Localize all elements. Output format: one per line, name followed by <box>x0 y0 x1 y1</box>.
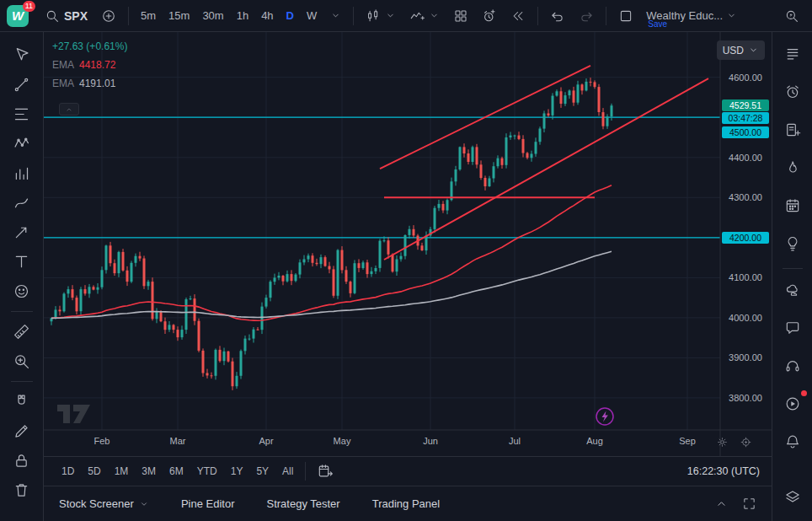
pattern-tool-button[interactable] <box>8 131 36 156</box>
timeframe-5m[interactable]: 5m <box>135 5 162 27</box>
range-all[interactable]: All <box>276 461 299 481</box>
range-3m[interactable]: 3M <box>136 461 162 481</box>
range-5d[interactable]: 5D <box>82 461 106 481</box>
text-icon <box>13 253 30 271</box>
trash-icon <box>13 481 30 499</box>
layout-select-button[interactable] <box>612 4 639 28</box>
lock-tool-button[interactable] <box>8 448 36 473</box>
layers-sidebar-button[interactable] <box>779 484 806 511</box>
fib-tool-button[interactable] <box>8 101 36 126</box>
timeframe-more-button[interactable] <box>324 4 347 28</box>
range-5y[interactable]: 5Y <box>250 461 275 481</box>
pane-settings-gear-icon[interactable] <box>716 436 729 448</box>
svg-text:4000.00: 4000.00 <box>729 313 762 323</box>
range-1y[interactable]: 1Y <box>225 461 249 481</box>
layout-grid-button[interactable] <box>447 4 474 28</box>
play-circle-sidebar-button[interactable] <box>779 390 806 417</box>
brush-tool-button[interactable] <box>8 190 36 215</box>
svg-text:Sep: Sep <box>679 436 696 446</box>
plus-circle-icon <box>101 8 116 24</box>
timeframe-30m[interactable]: 30m <box>196 5 229 27</box>
pattern-icon <box>13 135 30 153</box>
clock-sidebar-button[interactable] <box>779 78 806 105</box>
range-ytd[interactable]: YTD <box>191 461 223 481</box>
svg-text:Aug: Aug <box>586 436 603 446</box>
replay-icon <box>510 8 526 24</box>
magnet-tool-button[interactable] <box>8 389 36 414</box>
timeframe-W[interactable]: W <box>301 5 323 27</box>
quick-search-button[interactable] <box>778 4 805 28</box>
timeframe-D[interactable]: D <box>280 5 300 27</box>
clouds-icon <box>784 282 801 298</box>
symbol-search-button[interactable]: SPX <box>39 4 93 28</box>
chart-canvas[interactable]: FebMarAprMayJunJulAugSep4600.004400.0043… <box>44 32 772 456</box>
tab-label: Trading Panel <box>372 497 440 510</box>
range-1m[interactable]: 1M <box>109 461 135 481</box>
panel-fullscreen-icon[interactable] <box>742 497 756 511</box>
pencil-tool-button[interactable] <box>8 418 36 443</box>
tab-strategy-tester[interactable]: Strategy Tester <box>266 497 339 510</box>
app-logo[interactable]: W 11 <box>7 5 29 27</box>
compare-add-button[interactable] <box>95 4 122 28</box>
trend-line-tool-button[interactable] <box>8 72 36 97</box>
range-1d[interactable]: 1D <box>56 461 80 481</box>
bell-sidebar-button[interactable] <box>779 428 806 455</box>
currency-select[interactable]: USD <box>717 40 765 60</box>
forecast-tool-button[interactable] <box>8 160 36 185</box>
undo-button[interactable] <box>544 4 571 28</box>
scale-reset-target-icon[interactable] <box>740 436 752 448</box>
tab-label: Strategy Tester <box>266 497 339 510</box>
emoji-tool-button[interactable] <box>8 278 36 303</box>
server-clock: 16:22:30 (UTC) <box>687 465 760 477</box>
text-tool-button[interactable] <box>8 249 36 274</box>
ruler-tool-button[interactable] <box>8 319 36 344</box>
range-toolbar: 1D5D1M3M6MYTD1Y5YAll 16:22:30 (UTC) <box>44 456 772 486</box>
watchlist-sidebar-button[interactable] <box>779 40 806 67</box>
grid-layout-icon <box>453 8 468 24</box>
alert-clock-icon <box>482 8 497 24</box>
forecast-icon <box>13 164 30 182</box>
legend-collapse-button[interactable] <box>59 103 79 115</box>
chart-area: FebMarAprMayJunJulAugSep4600.004400.0043… <box>44 32 772 456</box>
timeframe-15m[interactable]: 15m <box>163 5 195 27</box>
panel-expand-chevron-icon[interactable] <box>714 497 729 511</box>
clouds-sidebar-button[interactable] <box>779 277 806 303</box>
tab-trading-panel[interactable]: Trading Panel <box>372 497 440 510</box>
cursor-tool-button[interactable] <box>8 42 36 67</box>
tab-stock-screener[interactable]: Stock Screener <box>59 497 149 510</box>
quick-search-icon <box>784 8 799 24</box>
svg-text:Mar: Mar <box>170 436 186 446</box>
svg-text:3800.00: 3800.00 <box>729 393 762 403</box>
save-layout-link[interactable]: Save <box>648 19 667 29</box>
candlestick-style-icon <box>366 8 381 24</box>
drawing-toolbar <box>0 32 44 521</box>
timeframe-group: 5m15m30m1h4hDW <box>135 5 323 27</box>
headset-sidebar-button[interactable] <box>779 352 806 379</box>
svg-text:Jun: Jun <box>423 436 438 446</box>
right-sidebar <box>772 32 812 521</box>
trash-tool-button[interactable] <box>8 477 36 502</box>
arrow-up-right-icon <box>13 223 30 241</box>
zoom-tool-button[interactable] <box>8 348 36 373</box>
timeframe-4h[interactable]: 4h <box>255 5 279 27</box>
range-6m[interactable]: 6M <box>163 461 190 481</box>
tab-pine-editor[interactable]: Pine Editor <box>181 497 235 510</box>
chat-sidebar-button[interactable] <box>779 314 806 341</box>
calendar-grid-sidebar-button[interactable] <box>779 192 806 219</box>
chat-icon <box>784 320 801 336</box>
arrow-up-right-tool-button[interactable] <box>8 219 36 244</box>
redo-button[interactable] <box>573 4 600 28</box>
bulb-sidebar-button[interactable] <box>779 230 806 257</box>
svg-text:03:47:28: 03:47:28 <box>729 113 763 123</box>
headset-icon <box>784 357 801 374</box>
bar-replay-button[interactable] <box>505 4 532 28</box>
go-to-date-icon[interactable] <box>317 463 334 480</box>
chart-style-button[interactable] <box>360 4 402 28</box>
toolbar-divider <box>353 7 354 25</box>
flame-sidebar-button[interactable] <box>779 154 806 181</box>
timeframe-1h[interactable]: 1h <box>231 5 254 27</box>
saved-layout-button[interactable]: Wealthy Educ... Save <box>641 0 742 32</box>
indicators-button[interactable] <box>403 4 446 28</box>
create-alert-button[interactable] <box>476 4 503 28</box>
note-plus-sidebar-button[interactable] <box>779 116 806 143</box>
